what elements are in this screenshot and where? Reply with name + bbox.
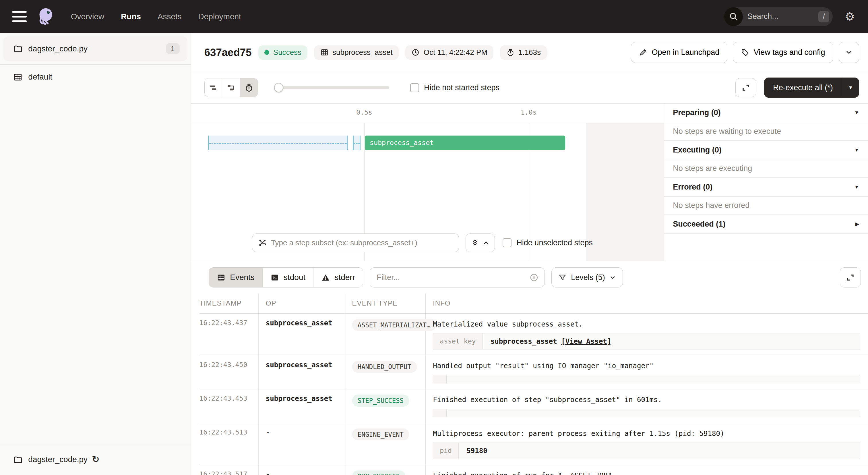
table-row[interactable]: 16:22:43.450 subprocess_asset HANDLED_OU… [199, 355, 868, 389]
pencil-icon [639, 48, 647, 57]
waterfall-view-button[interactable] [222, 79, 240, 97]
event-op: subprocess_asset [259, 355, 345, 389]
view-tags-config-button[interactable]: View tags and config [733, 42, 833, 63]
gantt-step-bar[interactable]: subprocess_asset [365, 136, 565, 150]
reload-icon[interactable]: ↻ [92, 455, 99, 464]
metadata-value: 59180 [466, 447, 487, 455]
event-info-text: Finished execution of step "subprocess_a… [433, 394, 860, 404]
event-timestamp: 16:22:43.513 [199, 423, 258, 465]
settings-gear-icon[interactable]: ⚙ [845, 11, 855, 22]
hide-not-started-checkbox[interactable] [410, 83, 419, 92]
gantt-chart: 0.5s 1.0s subprocess_asset [191, 104, 663, 261]
event-metadata-box [433, 409, 860, 417]
hide-not-started-option[interactable]: Hide not started steps [410, 83, 499, 92]
run-header: 637aed75 Success subprocess_asset Oct 11… [191, 33, 868, 72]
log-view-tabs: Events stdout stderr [209, 267, 363, 287]
event-info-text: Multiprocess executor: parent process ex… [433, 428, 860, 438]
metadata-key: asset_key [433, 333, 483, 349]
stopwatch-icon [506, 48, 515, 57]
run-status-badge: Success [258, 46, 308, 60]
caret-down-icon: ▼ [854, 110, 859, 116]
metadata-key [433, 375, 446, 383]
event-type-badge: ENGINE_EVENT [352, 428, 409, 440]
tab-events[interactable]: Events [209, 268, 262, 287]
metadata-key: pid [433, 443, 459, 458]
dagster-logo-icon[interactable] [35, 7, 55, 26]
section-executing[interactable]: Executing (0) ▼ [664, 141, 868, 160]
section-succeeded[interactable]: Succeeded (1) ▶ [664, 215, 868, 234]
clear-filter-icon[interactable] [529, 273, 539, 282]
event-type-badge: RUN_SUCCESS [352, 470, 405, 475]
left-sidebar: dagster_code.py 1 default dagster_code.p… [0, 33, 191, 475]
run-duration-tag: 1.163s [500, 46, 547, 60]
tab-stderr[interactable]: stderr [313, 268, 363, 287]
hide-unselected-option[interactable]: Hide unselected steps [503, 238, 593, 247]
event-info-text: Finished execution of run for "__ASSET_J… [433, 470, 860, 475]
section-errored-body: No steps have errored [664, 197, 868, 215]
gantt-chart-body[interactable]: subprocess_asset Hide unselected st [191, 123, 663, 261]
nav-item-assets[interactable]: Assets [158, 12, 182, 21]
tag-icon [741, 48, 749, 57]
reexecute-split-button: Re-execute all (*) ▼ [764, 78, 859, 97]
reexecute-options-button[interactable]: ▼ [842, 78, 859, 97]
primary-nav: Overview Runs Assets Deployment [71, 12, 241, 21]
gantt-fullscreen-button[interactable] [735, 78, 756, 97]
col-op: OP [259, 294, 345, 313]
global-search[interactable]: / [724, 7, 833, 26]
hide-unselected-checkbox[interactable] [503, 238, 512, 247]
expand-icon [846, 273, 855, 282]
nav-item-deployment[interactable]: Deployment [198, 12, 241, 21]
sidebar-item-job-default[interactable]: default [0, 65, 191, 82]
run-job-tag[interactable]: subprocess_asset [314, 46, 399, 60]
log-toolbar: Events stdout stderr Levels (5) [191, 261, 868, 294]
gantt-zoom-slider[interactable] [276, 86, 389, 89]
event-op: subprocess_asset [259, 314, 345, 355]
waterfall-icon [226, 83, 236, 92]
axis-tick-label: 0.5s [356, 109, 372, 116]
nav-item-overview[interactable]: Overview [71, 12, 104, 21]
view-asset-link[interactable]: [View Asset] [561, 337, 611, 346]
log-filter-field[interactable] [370, 267, 545, 287]
table-row[interactable]: 16:22:43.453 subprocess_asset STEP_SUCCE… [199, 389, 868, 423]
caret-down-icon: ▼ [854, 147, 859, 153]
event-op: - [259, 465, 345, 475]
table-row[interactable]: 16:22:43.437 subprocess_asset ASSET_MATE… [199, 314, 868, 356]
run-more-actions-button[interactable] [839, 42, 859, 63]
flat-list-icon [209, 83, 218, 92]
table-row[interactable]: 16:22:43.513 - ENGINE_EVENT Multiprocess… [199, 423, 868, 465]
gantt-toolbar: Hide not started steps Re-execute all (*… [191, 72, 868, 104]
gantt-time-axis: 0.5s 1.0s [191, 104, 663, 123]
chevron-down-icon [609, 274, 616, 281]
slider-knob[interactable] [274, 83, 284, 92]
step-subset-input[interactable] [267, 238, 453, 247]
layers-icon [471, 239, 479, 247]
log-filter-input[interactable] [377, 273, 529, 282]
nav-item-runs[interactable]: Runs [121, 12, 141, 21]
table-row[interactable]: 16:22:43.517 - RUN_SUCCESS Finished exec… [199, 465, 868, 475]
caret-right-icon: ▶ [856, 221, 859, 227]
sidebar-item-code-location[interactable]: dagster_code.py 1 [3, 36, 187, 61]
tab-stdout[interactable]: stdout [262, 268, 313, 287]
flat-view-button[interactable] [205, 79, 222, 97]
section-errored[interactable]: Errored (0) ▼ [664, 178, 868, 197]
section-preparing[interactable]: Preparing (0) ▼ [664, 104, 868, 123]
main-content: 637aed75 Success subprocess_asset Oct 11… [191, 33, 868, 475]
step-subset-field[interactable] [252, 234, 459, 253]
event-op: subprocess_asset [259, 389, 345, 423]
open-in-launchpad-button[interactable]: Open in Launchpad [631, 42, 727, 63]
event-type-badge: ASSET_MATERIALIZAT… [352, 319, 436, 331]
event-timestamp: 16:22:43.517 [199, 465, 258, 475]
top-navbar: Overview Runs Assets Deployment / ⚙ [0, 0, 868, 33]
search-input[interactable] [743, 12, 818, 21]
metadata-value: subprocess_asset [491, 337, 557, 346]
console-icon [270, 273, 279, 282]
log-fullscreen-button[interactable] [840, 267, 861, 287]
step-status-panel: Preparing (0) ▼ No steps are waiting to … [663, 104, 868, 261]
timed-view-button[interactable] [240, 79, 258, 97]
reexecute-all-button[interactable]: Re-execute all (*) [764, 78, 842, 97]
graph-options-button[interactable] [466, 234, 495, 253]
levels-filter-button[interactable]: Levels (5) [551, 267, 623, 287]
hamburger-menu-icon[interactable] [12, 11, 26, 22]
event-metadata-box [433, 375, 860, 383]
col-info: INFO [426, 294, 868, 313]
